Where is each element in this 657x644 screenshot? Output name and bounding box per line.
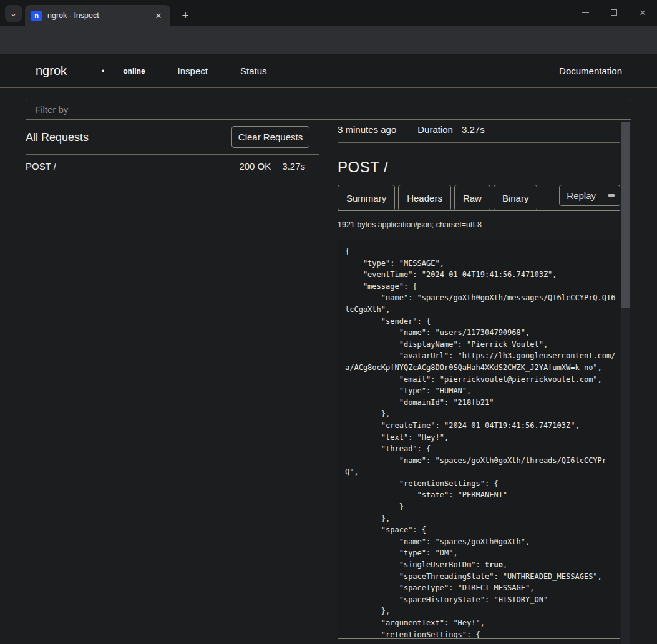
nav-status[interactable]: Status bbox=[240, 66, 267, 76]
request-row[interactable]: POST / 200 OK 3.27s bbox=[26, 155, 319, 178]
status-online-label: online bbox=[123, 67, 145, 76]
tab-search-button[interactable]: ⌄ bbox=[5, 5, 22, 22]
requests-panel: All Requests Clear Requests POST / 200 O… bbox=[26, 125, 319, 178]
all-requests-title: All Requests bbox=[26, 131, 89, 144]
clear-requests-button[interactable]: Clear Requests bbox=[231, 126, 309, 148]
maximize-icon bbox=[611, 9, 617, 16]
replay-button[interactable]: Replay bbox=[559, 185, 603, 206]
status-dot-icon: • bbox=[102, 67, 104, 76]
detail-tabs: Summary Headers Raw Binary Replay bbox=[338, 185, 620, 211]
request-duration: 3.27s bbox=[282, 161, 305, 172]
window-controls: ✕ bbox=[571, 0, 657, 25]
chevron-down-icon: ⌄ bbox=[10, 9, 17, 18]
tab-summary[interactable]: Summary bbox=[338, 185, 395, 211]
tab-strip: ⌄ n ngrok - Inspect ✕ + ✕ bbox=[0, 0, 657, 26]
maximize-button[interactable] bbox=[600, 0, 628, 25]
request-detail-panel: 3 minutes ago Duration 3.27s POST / Summ… bbox=[338, 122, 620, 639]
new-tab-button[interactable]: + bbox=[177, 7, 194, 24]
duration-label: Duration bbox=[417, 124, 453, 135]
request-body-json: { "type": "MESSAGE", "eventTime": "2024-… bbox=[345, 246, 620, 639]
ngrok-page: ngrok • online Inspect Status Documentat… bbox=[0, 54, 657, 644]
tab-headers[interactable]: Headers bbox=[398, 185, 451, 211]
request-title: POST / bbox=[338, 159, 620, 176]
request-body-block: { "type": "MESSAGE", "eventTime": "2024-… bbox=[338, 240, 620, 639]
replay-menu-bar-icon bbox=[608, 194, 615, 197]
browser-tab[interactable]: n ngrok - Inspect ✕ bbox=[25, 5, 170, 26]
replay-group: Replay bbox=[559, 185, 620, 206]
tab-close-icon[interactable]: ✕ bbox=[153, 10, 164, 21]
request-method-path: POST / bbox=[26, 161, 239, 172]
tab-title: ngrok - Inspect bbox=[47, 11, 153, 20]
close-window-button[interactable]: ✕ bbox=[628, 0, 657, 25]
tab-raw[interactable]: Raw bbox=[454, 185, 490, 211]
replay-menu-button[interactable] bbox=[603, 185, 620, 206]
duration-value: 3.27s bbox=[462, 124, 485, 135]
ngrok-header: ngrok • online Inspect Status Documentat… bbox=[0, 54, 657, 88]
minimize-button[interactable] bbox=[571, 0, 600, 25]
request-status: 200 OK bbox=[239, 161, 271, 172]
nav-documentation[interactable]: Documentation bbox=[559, 66, 622, 76]
body-content-meta: 1921 bytes application/json; charset=utf… bbox=[338, 220, 620, 229]
detail-scrollbar-track[interactable] bbox=[621, 122, 630, 644]
minimize-icon bbox=[582, 12, 589, 13]
tab-binary[interactable]: Binary bbox=[494, 185, 538, 211]
detail-scrollbar-thumb[interactable] bbox=[621, 122, 630, 308]
ngrok-logo[interactable]: ngrok bbox=[36, 64, 67, 78]
close-icon: ✕ bbox=[640, 8, 646, 17]
filter-input[interactable] bbox=[26, 99, 631, 120]
browser-toolbar: 127.0.0.1:4040/inspect/http Relaunch to … bbox=[0, 26, 657, 54]
nav-inspect[interactable]: Inspect bbox=[178, 66, 208, 76]
ngrok-favicon-icon: n bbox=[31, 11, 42, 21]
browser-window: ⌄ n ngrok - Inspect ✕ + ✕ 127.0.0.1:4040… bbox=[0, 0, 657, 644]
detail-divider bbox=[338, 142, 620, 143]
request-time-ago: 3 minutes ago bbox=[338, 124, 396, 135]
